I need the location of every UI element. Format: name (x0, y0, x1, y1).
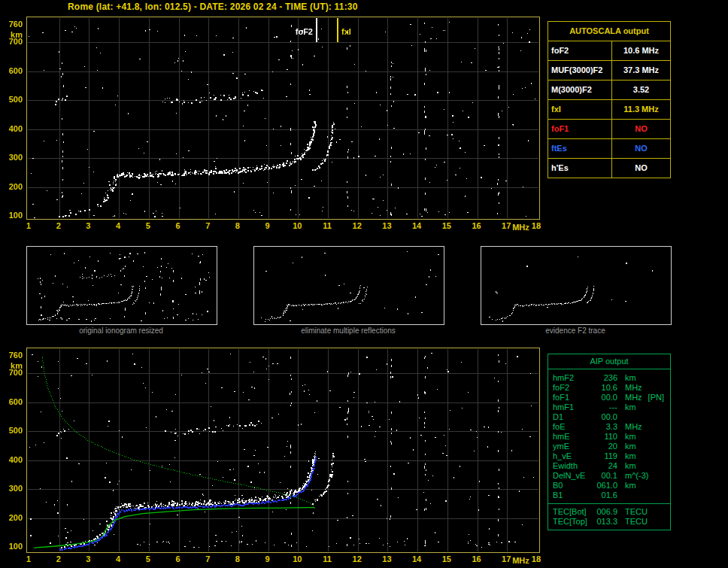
thumbnail-caption-original: original ionogram resized (26, 327, 216, 335)
aip-row-name: D1 (553, 412, 592, 422)
autoscala-row-label: MUF(3000)F2 (548, 61, 612, 80)
aip-row-name: B0 (553, 481, 592, 491)
x-axis-tick-label: 15 (438, 221, 455, 230)
aip-row-name: TEC[Bot] (553, 507, 592, 517)
thumbnail-eliminate-reflections (253, 246, 444, 325)
aip-row-value: 00.1 (592, 471, 617, 481)
x-axis-tick-label: 2 (50, 554, 67, 563)
autoscala-row: M(3000)F23.52 (548, 80, 670, 100)
x-axis-unit-label: MHz (512, 556, 538, 565)
aip-row-name: hmE (553, 432, 592, 442)
aip-output-table: AIP output hmF2236kmfoF210.6MHzfoF100.0M… (548, 354, 671, 530)
y-axis-tick-label: 300 (2, 153, 23, 162)
x-axis-tick-label: 5 (140, 221, 156, 230)
x-axis-tick-label: 7 (199, 221, 216, 230)
aip-row-value: 013.3 (592, 517, 617, 527)
y-axis-tick-label: 760 (2, 351, 23, 360)
aip-row: TEC[Bot]006.9TECU (548, 507, 670, 517)
aip-separator (548, 503, 670, 504)
x-axis-tick-label: 11 (319, 554, 335, 563)
aip-row-name: foF1 (553, 393, 592, 402)
aip-row-name: TEC[Top] (553, 517, 592, 527)
aip-row-unit: MHz (625, 393, 642, 402)
aip-row-unit: km (625, 461, 636, 471)
autoscala-row-value: 3.52 (612, 80, 670, 99)
aip-row-unit: km (625, 451, 636, 461)
aip-row: DelN_vE00.1m^(-3) (548, 471, 670, 481)
autoscala-table-body: foF210.6 MHzMUF(3000)F237.3 MHzM(3000)F2… (548, 41, 670, 178)
aip-row-value: 110 (592, 432, 617, 442)
x-axis-tick-label: 8 (229, 554, 246, 563)
y-axis-tick-label: 600 (2, 397, 23, 406)
aip-row-unit: TECU (625, 507, 648, 517)
y-axis-tick-label: 100 (2, 211, 23, 220)
y-axis-tick-label: 500 (2, 426, 23, 435)
aip-row-value: 00.0 (592, 393, 617, 402)
aip-table-body: hmF2236kmfoF210.6MHzfoF100.0MHz[PN]hmF1-… (548, 369, 670, 530)
aip-row: hmE110km (548, 432, 670, 442)
aip-row-unit: MHz (625, 383, 642, 393)
y-axis-unit-label: km (2, 30, 23, 39)
x-axis-tick-label: 7 (199, 554, 216, 563)
aip-row: h_vE119km (548, 451, 670, 461)
x-axis-tick-label: 3 (80, 554, 96, 563)
aip-row-unit: m^(-3) (625, 471, 648, 481)
autoscala-row-label: foF1 (548, 120, 612, 138)
x-axis-tick-label: 6 (170, 221, 187, 230)
autoscala-row: foF1NO (548, 120, 670, 139)
x-axis-tick-label: 13 (378, 221, 395, 230)
y-axis-tick-label: 400 (2, 455, 23, 464)
aip-row: D100.0 (548, 412, 670, 422)
x-axis-tick-label: 14 (408, 554, 425, 563)
autoscala-row-value: NO (612, 159, 670, 178)
aip-row: hmF2236km (548, 373, 670, 383)
aip-row-unit: TECU (625, 517, 648, 527)
x-axis-tick-label: 12 (349, 554, 366, 563)
aip-row: Ewidth24km (548, 461, 670, 471)
aip-row-name: ymE (553, 442, 592, 451)
aip-row-value: 20 (592, 442, 617, 451)
autoscala-window: Rome (lat: +41.8, lon: 012.5) - DATE: 20… (0, 0, 728, 568)
thumbnail-evidence-f2 (481, 246, 672, 325)
aip-row-name: B1 (553, 491, 592, 500)
aip-row: B101.6 (548, 491, 670, 500)
aip-row-unit: km (625, 373, 636, 383)
autoscala-row-label: ftEs (548, 139, 612, 158)
y-axis-unit-label: km (2, 361, 23, 370)
thumbnail-original-canvas (27, 247, 215, 323)
autoscala-output-table: AUTOSCALA output foF210.6 MHzMUF(3000)F2… (548, 21, 671, 178)
autoscala-row: MUF(3000)F237.3 MHz (548, 61, 670, 80)
autoscala-row-value: 37.3 MHz (612, 61, 670, 80)
autoscala-row-value: NO (612, 139, 670, 158)
autoscala-row: foF210.6 MHz (548, 41, 670, 61)
x-axis-tick-label: 2 (50, 221, 67, 230)
thumbnail-eliminate-canvas (254, 247, 442, 323)
autoscala-row-value: 10.6 MHz (612, 41, 670, 60)
profile-ionogram-canvas (27, 348, 539, 552)
fof2-marker-label: foF2 (286, 27, 313, 36)
autoscala-row-label: foF2 (548, 41, 612, 60)
autoscala-row-value: 11.3 MHz (612, 100, 670, 119)
aip-row-value: 061.0 (592, 481, 617, 491)
y-axis-tick-label: 500 (2, 95, 23, 104)
autoscala-row-value: NO (612, 120, 670, 138)
aip-row-name: foF2 (553, 383, 592, 393)
x-axis-tick-label: 10 (289, 221, 305, 230)
aip-row-name: hmF1 (553, 402, 592, 412)
y-axis-tick-label: 300 (2, 484, 23, 493)
autoscala-row: h'EsNO (548, 159, 670, 178)
aip-row: ymE20km (548, 442, 670, 451)
aip-row-value: --- (592, 402, 617, 412)
aip-row: TEC[Top]013.3TECU (548, 517, 670, 527)
aip-row-unit: km (625, 481, 636, 491)
autoscala-row: fxI11.3 MHz (548, 100, 670, 120)
x-axis-tick-label: 9 (259, 554, 276, 563)
autoscala-row-label: h'Es (548, 159, 612, 178)
x-axis-unit-label: MHz (512, 223, 538, 232)
main-ionogram-plot: foF2 fxI (26, 17, 540, 220)
y-axis-tick-label: 400 (2, 124, 23, 133)
aip-row-value: 10.6 (592, 383, 617, 393)
aip-row-value: 236 (592, 373, 617, 383)
y-axis-tick-label: 600 (2, 66, 23, 75)
aip-row-name: DelN_vE (553, 471, 592, 481)
